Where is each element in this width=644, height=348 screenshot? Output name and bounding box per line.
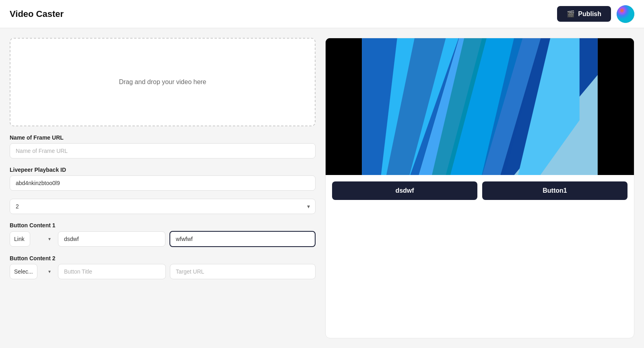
publish-button[interactable]: 🎬 Publish — [557, 6, 611, 22]
button1-url-input[interactable] — [169, 231, 316, 247]
button1-type-select[interactable]: Link Post Mint — [10, 231, 30, 247]
drop-zone-text: Drag and drop your video here — [119, 78, 206, 86]
button2-type-wrapper: Selec... Link Post Mint ▾ — [10, 264, 54, 279]
playback-id-input[interactable] — [10, 175, 316, 191]
svg-rect-1 — [326, 38, 362, 175]
frame-url-label: Name of Frame URL — [10, 134, 316, 141]
button-content-2-group: Button Content 2 Selec... Link Post Mint… — [10, 255, 316, 279]
svg-point-0 — [617, 5, 634, 23]
frame-url-group: Name of Frame URL — [10, 134, 316, 159]
header-right: 🎬 Publish — [557, 5, 634, 23]
num-buttons-select[interactable]: 1 2 3 4 — [10, 199, 316, 214]
header: Video Caster 🎬 Publish — [0, 0, 644, 28]
preview-panel: dsdwf Button1 — [325, 38, 634, 338]
preview-button-1[interactable]: dsdwf — [332, 181, 477, 200]
num-buttons-group: 1 2 3 4 ▾ — [10, 199, 316, 214]
video-preview — [326, 38, 634, 175]
frame-url-input[interactable] — [10, 143, 316, 159]
button-content-2-row: Selec... Link Post Mint ▾ — [10, 264, 316, 279]
svg-rect-2 — [598, 38, 634, 175]
preview-buttons: dsdwf Button1 — [326, 175, 634, 206]
button-content-1-row: Link Post Mint ▾ — [10, 231, 316, 247]
app-title: Video Caster — [10, 9, 64, 19]
button2-type-select[interactable]: Selec... Link Post Mint — [10, 264, 37, 279]
num-buttons-select-wrapper: 1 2 3 4 ▾ — [10, 199, 316, 214]
chevron-down-icon: ▾ — [48, 269, 51, 274]
left-panel: Drag and drop your video here Name of Fr… — [10, 38, 316, 338]
button-content-2-label: Button Content 2 — [10, 255, 316, 262]
video-drop-zone[interactable]: Drag and drop your video here — [10, 38, 316, 126]
video-canvas — [326, 38, 634, 175]
avatar[interactable] — [617, 5, 634, 23]
button2-title-input[interactable] — [58, 264, 166, 279]
playback-id-label: Livepeer Playback ID — [10, 167, 316, 173]
button1-title-input[interactable] — [58, 231, 165, 247]
playback-id-group: Livepeer Playback ID — [10, 167, 316, 191]
chevron-down-icon: ▾ — [48, 236, 51, 242]
button-content-1-label: Button Content 1 — [10, 222, 316, 229]
main-content: Drag and drop your video here Name of Fr… — [0, 28, 644, 348]
button-content-1-group: Button Content 1 Link Post Mint ▾ — [10, 222, 316, 247]
button2-url-input[interactable] — [170, 264, 316, 279]
button1-type-wrapper: Link Post Mint ▾ — [10, 231, 54, 247]
preview-button-2[interactable]: Button1 — [482, 181, 627, 200]
video-camera-icon: 🎬 — [567, 10, 575, 18]
